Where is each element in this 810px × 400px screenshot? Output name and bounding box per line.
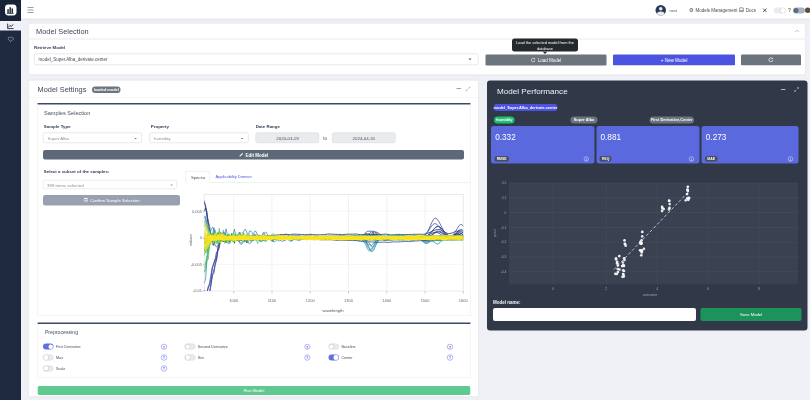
svg-text:-0.005: -0.005 <box>191 262 203 267</box>
svg-text:0: 0 <box>200 235 203 240</box>
svg-text:-0.4: -0.4 <box>501 270 507 274</box>
svg-text:0: 0 <box>505 211 507 215</box>
svg-text:0.1: 0.1 <box>502 196 507 200</box>
svg-text:1300: 1300 <box>344 298 354 303</box>
svg-text:0.2: 0.2 <box>502 181 507 185</box>
svg-text:1500: 1500 <box>421 298 431 303</box>
svg-text:1100: 1100 <box>268 298 277 303</box>
svg-text:2: 2 <box>605 287 607 291</box>
svg-text:6: 6 <box>707 287 709 291</box>
svg-text:0.005: 0.005 <box>192 209 203 214</box>
svg-text:-0.2: -0.2 <box>501 240 507 244</box>
svg-text:outcome: outcome <box>643 293 658 297</box>
svg-text:-0.3: -0.3 <box>501 255 507 259</box>
svg-text:values: values <box>188 234 193 246</box>
svg-text:0: 0 <box>552 287 554 291</box>
svg-text:8: 8 <box>758 287 760 291</box>
svg-text:wavelength: wavelength <box>322 308 344 313</box>
svg-text:1000: 1000 <box>229 298 239 303</box>
svg-text:1200: 1200 <box>306 298 316 303</box>
svg-text:4: 4 <box>656 287 658 291</box>
svg-text:-0.1: -0.1 <box>501 226 507 230</box>
svg-text:pred: pred <box>493 229 497 237</box>
svg-text:1600: 1600 <box>459 298 469 303</box>
svg-text:-0.01: -0.01 <box>193 288 203 293</box>
svg-text:1400: 1400 <box>382 298 392 303</box>
